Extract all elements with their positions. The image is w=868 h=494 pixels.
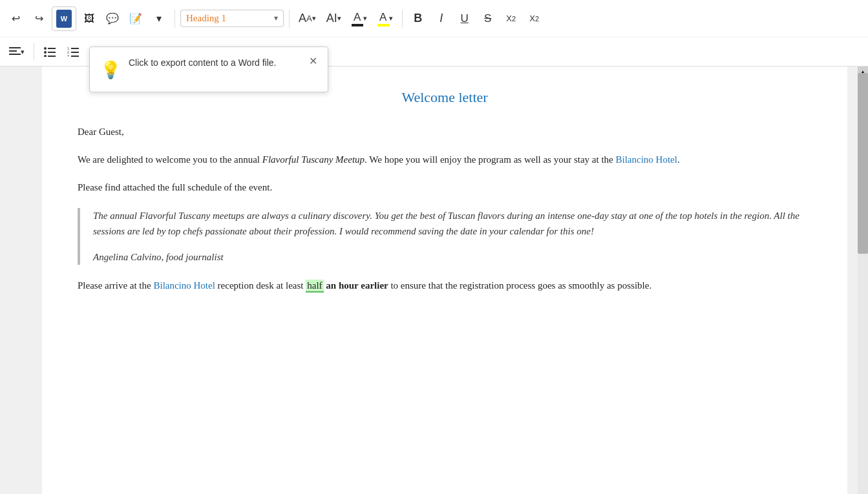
tooltip-close-button[interactable]: ✕ — [309, 56, 317, 67]
svg-rect-8 — [48, 56, 56, 57]
hotel-link-1[interactable]: Bilancino Hotel — [616, 154, 677, 165]
svg-rect-4 — [48, 48, 56, 49]
svg-rect-12 — [71, 52, 79, 53]
tooltip-lightbulb-icon: 💡 — [100, 57, 121, 83]
insert-comment-button[interactable]: 💬 — [102, 8, 123, 29]
divider1 — [175, 10, 175, 28]
svg-rect-2 — [9, 54, 21, 55]
testimonial-blockquote: The annual Flavorful Tuscany meetups are… — [78, 208, 812, 265]
arrival-before: Please arrive at the — [78, 280, 153, 291]
greeting-text: Dear Guest, — [78, 127, 124, 137]
strikethrough-button[interactable]: S — [478, 8, 498, 29]
document-page[interactable]: Welcome letter Dear Guest, We are deligh… — [42, 67, 847, 494]
bold-hour: an hour earlier — [324, 280, 388, 291]
right-margin: ▲ — [847, 67, 868, 494]
redo-button[interactable]: ↪ — [28, 8, 49, 29]
divider2 — [289, 10, 290, 28]
event-name-italic: Flavorful Tuscany Meetup — [262, 154, 365, 165]
welcome-end: . — [677, 154, 680, 165]
svg-rect-0 — [9, 47, 21, 48]
font-color-button[interactable]: A ▾ — [348, 8, 371, 29]
svg-rect-14 — [71, 56, 79, 57]
bold-button[interactable]: B — [408, 8, 429, 29]
svg-text:3.: 3. — [67, 54, 70, 57]
svg-point-7 — [44, 55, 47, 57]
word-icon: W — [56, 10, 72, 28]
superscript-button[interactable]: X2 — [524, 8, 545, 29]
align-left-button[interactable]: ▾ — [5, 41, 28, 62]
scrollbar-thumb[interactable] — [858, 73, 868, 254]
export-tooltip: 💡 Click to export content to a Word file… — [89, 46, 328, 92]
welcome-after: . We hope you will enjoy the program as … — [365, 154, 615, 165]
arrival-after: to ensure that the registration process … — [388, 280, 651, 291]
paragraph-welcome: We are delighted to welcome you to the a… — [78, 152, 812, 168]
subscript-button[interactable]: X2 — [501, 8, 522, 29]
main-area: Welcome letter Dear Guest, We are deligh… — [0, 67, 868, 494]
paragraph-schedule: Please find attached the full schedule o… — [78, 180, 812, 196]
tooltip-text: Click to export content to a Word file. — [129, 56, 301, 70]
blockquote-attribution: Angelina Calvino, food journalist — [93, 249, 812, 265]
divider4 — [34, 43, 34, 61]
svg-point-3 — [44, 47, 47, 50]
highlight-color-button[interactable]: A ▾ — [374, 8, 397, 29]
word-export-button[interactable]: W — [52, 6, 76, 31]
svg-point-5 — [44, 51, 47, 54]
arrival-middle: reception desk at least — [215, 280, 306, 291]
bullet-list-button[interactable] — [39, 41, 60, 62]
svg-rect-1 — [9, 50, 17, 52]
align-left-icon — [9, 46, 21, 57]
scrollbar[interactable]: ▲ — [858, 67, 868, 494]
numbered-list-icon: 1. 2. 3. — [67, 46, 79, 57]
font-size-button[interactable]: AI ▾ — [323, 8, 345, 29]
blockquote-text: The annual Flavorful Tuscany meetups are… — [93, 208, 812, 239]
heading-select[interactable]: Heading 1 ▾ — [180, 10, 284, 27]
paragraph-arrival: Please arrive at the Bilancino Hotel rec… — [78, 278, 812, 294]
hotel-link-2[interactable]: Bilancino Hotel — [153, 280, 215, 291]
more-button[interactable]: ▾ — [149, 8, 169, 29]
underline-button[interactable]: U — [454, 8, 475, 29]
insert-image-button[interactable]: 🖼 — [79, 8, 100, 29]
toolbar-row1: ↩ ↪ W 🖼 💬 📝 ▾ Heading 1 ▾ AA ▾ AI ▾ — [0, 0, 868, 37]
heading-select-value: Heading 1 — [186, 13, 226, 24]
font-color-icon: A — [352, 11, 363, 26]
paragraph-greeting: Dear Guest, — [78, 124, 812, 140]
highlight-icon: A — [377, 11, 389, 26]
italic-button[interactable]: I — [431, 8, 452, 29]
toolbar-area: ↩ ↪ W 🖼 💬 📝 ▾ Heading 1 ▾ AA ▾ AI ▾ — [0, 0, 868, 67]
left-margin — [0, 67, 42, 494]
font-size-auto-button[interactable]: AA ▾ — [295, 8, 320, 29]
numbered-list-button[interactable]: 1. 2. 3. — [63, 41, 83, 62]
svg-rect-6 — [48, 52, 56, 53]
heading-chevron-icon: ▾ — [274, 14, 278, 23]
svg-rect-10 — [71, 48, 79, 49]
bullet-list-icon — [44, 46, 56, 57]
track-changes-button[interactable]: 📝 — [125, 8, 146, 29]
undo-button[interactable]: ↩ — [5, 8, 26, 29]
divider3 — [402, 10, 403, 28]
highlighted-half: half — [306, 280, 323, 293]
welcome-before: We are delighted to welcome you to the a… — [78, 154, 262, 165]
